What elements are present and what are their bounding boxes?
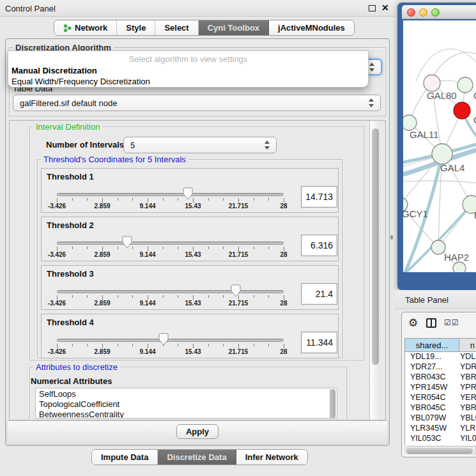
network-node[interactable] (403, 115, 417, 130)
slider-tick (178, 344, 178, 346)
table-data-combobox[interactable]: galFiltered.sif default node (13, 95, 381, 111)
slider-tick (284, 344, 284, 348)
slider-tick (148, 247, 148, 251)
tab-select[interactable]: Select (155, 20, 198, 35)
table-panel-titlebar: Table Panel (395, 290, 476, 309)
network-node[interactable] (432, 144, 452, 164)
slider-track[interactable] (57, 193, 284, 196)
slider-tick (268, 295, 269, 298)
slider-tick (284, 198, 284, 203)
numerical-attributes-list[interactable]: SelfLoopsTopologicalCoefficientBetweenne… (35, 388, 337, 418)
cell-name: YLR3 (460, 424, 476, 434)
threshold-label: Threshold 4 (47, 318, 94, 327)
slider-tick (102, 344, 103, 348)
tab-impute-data[interactable]: Impute Data (92, 450, 158, 464)
column-header-shared[interactable]: shared... (404, 339, 459, 351)
slider-tick (208, 198, 209, 201)
popup-option-manual-discretization[interactable]: Manual Discretization (12, 66, 97, 75)
table-row[interactable]: YDL19...YDL1 (405, 352, 476, 362)
cell-name: YIL0 (460, 434, 476, 444)
maximize-traffic-icon[interactable] (431, 8, 440, 17)
interval-definition-title: Interval Definition (33, 122, 102, 132)
slider-tick (132, 198, 133, 201)
horizontal-scrollbar-thumb[interactable] (406, 448, 473, 454)
cell-name: YDR2 (460, 362, 476, 372)
tab-style[interactable]: Style (117, 20, 155, 35)
slider-track[interactable] (57, 242, 284, 245)
apply-button[interactable]: Apply (176, 424, 219, 439)
cell-shared-name: YLR345W (405, 424, 460, 434)
table-panel-window: ⚙ ☑☑ shared... n YDL19...YDL1YDR27...YDR… (401, 312, 476, 457)
slider-handle[interactable] (231, 284, 241, 297)
slider-tick-label: -3.426 (43, 203, 71, 210)
tab-discretize-data[interactable]: Discretize Data (158, 450, 236, 464)
slider-track[interactable] (57, 290, 284, 293)
threshold-value-field[interactable]: 21.4 (301, 283, 337, 305)
gear-icon[interactable]: ⚙ (408, 316, 418, 330)
tab-infer-network[interactable]: Infer Network (236, 450, 307, 464)
horizontal-scrollbar[interactable] (404, 446, 476, 454)
network-canvas[interactable]: GAL80GCGAL11GAL4GCY1HHAP2 (403, 20, 476, 272)
table-body[interactable]: YDL19...YDL1YDR27...YDR2YBR043CYBR0YPR14… (404, 352, 476, 445)
number-of-intervals-combobox[interactable]: 5 (123, 137, 277, 153)
vertical-scrollbar[interactable] (369, 121, 380, 420)
table-row[interactable]: YBR045CYBR0 (405, 403, 476, 413)
network-node[interactable] (424, 75, 440, 91)
threshold-value-field[interactable]: 6.316 (301, 234, 337, 256)
table-row[interactable]: YDR27...YDR2 (405, 362, 476, 372)
network-node[interactable] (453, 262, 466, 272)
table-row[interactable]: YBR043CYBR0 (405, 372, 476, 383)
slider-tick (148, 295, 148, 300)
list-scrollbar-thumb[interactable] (330, 389, 335, 418)
network-node[interactable] (454, 102, 470, 119)
slider-tick (87, 295, 88, 298)
popup-option-equal-width[interactable]: Equal Width/Frequency Discretization (12, 77, 150, 86)
table-toolbar: ⚙ ☑☑ (402, 312, 476, 334)
table-row[interactable]: YPR145WYPR1 (405, 383, 476, 393)
slider-tick (57, 295, 58, 300)
slider-tick (254, 344, 254, 346)
threshold-value-field[interactable]: 11.344 (301, 332, 337, 353)
cell-shared-name: YIL053C (405, 434, 460, 444)
cell-shared-name: YBR045C (405, 403, 460, 413)
tab-cyni-toolbox[interactable]: Cyni Toolbox (199, 20, 269, 35)
slider-tick (284, 295, 284, 300)
scrollbar-thumb[interactable] (372, 128, 379, 365)
slider-handle[interactable] (183, 187, 193, 200)
table-row[interactable]: YER054CYER0 (405, 393, 476, 403)
table-row[interactable]: YIL053CYIL0 (405, 434, 476, 444)
slider-track[interactable] (57, 339, 284, 342)
attribute-list-item[interactable]: BetweennessCentrality (36, 409, 337, 418)
slider-handle[interactable] (122, 236, 132, 249)
checkboxes-icon[interactable]: ☑☑ (444, 318, 459, 327)
tab-network[interactable]: Network (54, 20, 117, 35)
close-icon[interactable]: ✕ (381, 3, 389, 13)
control-panel-titlebar: Control Panel ✕ (0, 0, 395, 17)
cell-shared-name: YPR145W (405, 383, 460, 393)
slider-tick-label: 28 (270, 300, 298, 307)
network-node[interactable] (431, 240, 445, 254)
network-window-titlebar[interactable] (402, 5, 476, 19)
slider-tick-label: -3.426 (43, 348, 71, 355)
split-pane-handle[interactable] (390, 235, 393, 240)
network-node-label: HAP2 (444, 252, 469, 263)
minimize-traffic-icon[interactable] (419, 8, 427, 17)
table-row[interactable]: YBL079WYBL0 (405, 413, 476, 424)
attribute-list-item[interactable]: SelfLoops (36, 388, 337, 399)
slider-tick (87, 247, 88, 249)
network-node[interactable] (457, 77, 473, 93)
slider-handle[interactable] (158, 333, 169, 346)
list-scrollbar[interactable] (329, 389, 336, 418)
tab-jactivemnodules[interactable]: jActiveMNodules (269, 20, 354, 35)
slider-tick (118, 198, 118, 201)
cell-name: YBR0 (460, 372, 476, 383)
close-traffic-icon[interactable] (407, 8, 415, 17)
columns-icon[interactable] (426, 318, 436, 328)
float-window-icon[interactable] (369, 5, 376, 12)
slider-tick-label: 9.144 (134, 203, 162, 210)
threshold-value-field[interactable]: 14.713 (301, 186, 337, 208)
attribute-list-item[interactable]: TopologicalCoefficient (36, 399, 337, 409)
slider-tick (223, 295, 224, 298)
column-header-name[interactable]: n (459, 339, 476, 351)
table-row[interactable]: YLR345WYLR3 (405, 424, 476, 434)
